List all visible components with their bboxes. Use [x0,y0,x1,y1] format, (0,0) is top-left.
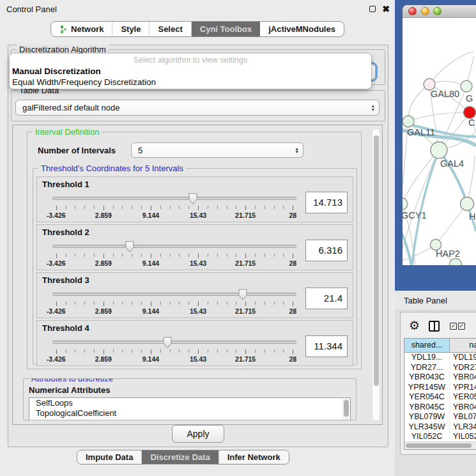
minimize-traffic-light-icon[interactable] [421,7,429,15]
threshold-slider[interactable]: -3.4262.8599.14415.4321.71528 [52,337,296,365]
threshold-value-field[interactable]: 14.713 [305,192,348,213]
attribute-list-item[interactable]: SelfLoops [29,398,350,408]
node-label: GAL4 [440,158,464,169]
table-row[interactable]: YBL079WYBL079W [404,412,476,422]
slider-tick [113,349,114,353]
slider-tick [104,206,104,210]
slider-tick [245,254,246,258]
attribute-list-item[interactable]: BetweennessCentrality [29,418,350,420]
cyni-toolbox-panel: Discretization Algorithm ▲▼ Select algor… [8,45,388,447]
network-node-gal11[interactable] [403,116,414,127]
node-label: GCY1 [403,210,427,220]
network-canvas[interactable]: GAL80GCGAL11GAL4GCY1HHAP2 [403,18,476,265]
dropdown-hint: Select algorithm to view settings [10,55,371,66]
threshold-value-field[interactable]: 11.344 [305,335,348,357]
checkbox-icon[interactable]: ✓ [450,323,457,330]
table-horizontal-scrollbar[interactable] [404,441,476,449]
network-node-gal4[interactable] [431,142,447,158]
slider-tick [283,349,284,353]
close-traffic-light-icon[interactable] [408,7,417,15]
slider-track[interactable] [52,245,296,248]
tab-network[interactable]: Network [51,22,112,36]
slider-thumb[interactable] [188,193,197,205]
threshold-row-3: Threshold 3-3.4262.8599.14415.4321.71528… [36,272,353,318]
zoom-traffic-light-icon[interactable] [433,7,441,15]
table-row[interactable]: YBR045CYBR045C [404,403,476,413]
slider-track[interactable] [52,197,296,200]
slider-thumb[interactable] [125,241,134,253]
tab-jactivemnodules[interactable]: jActiveMNodules [260,22,344,36]
dropdown-option-equal-width[interactable]: Equal Width/Frequency Discretization [10,77,371,88]
network-node-gcy1[interactable] [403,198,408,210]
network-edge [408,112,470,121]
slider-tick [179,302,180,305]
slider-tick [160,302,161,305]
table-data-combobox[interactable]: galFiltered.sif default node ▲▼ [15,100,380,116]
threshold-slider[interactable]: -3.4262.8599.14415.4321.71528 [52,241,296,269]
attributes-scrollbar[interactable] [342,399,349,420]
close-icon[interactable]: ✖ [382,4,390,13]
table-row[interactable]: YBR043CYBR043C [404,372,476,383]
table-row[interactable]: YER054CYER054C [404,392,476,403]
threshold-value-field[interactable]: 21.4 [305,288,348,309]
slider-tick [151,206,151,210]
column-header-shared-name[interactable]: shared... [404,339,450,352]
slider-track[interactable] [52,341,296,344]
panel-scrollbar[interactable] [372,128,380,421]
table-row[interactable]: YLR345WYLR345W [404,422,476,433]
shared-name-cell: YBL079W [404,412,450,422]
table-row[interactable]: YDR27...YDR27... [404,363,476,373]
slider-tick [265,349,265,353]
float-window-icon[interactable] [369,6,376,12]
network-node-g[interactable] [461,81,472,92]
shared-name-cell: YER054C [404,392,450,403]
slider-tick [122,206,123,209]
table-row[interactable]: YDL19...YDL19... [404,353,476,363]
control-panel-title: Control Panel [6,4,369,14]
slider-tick [132,254,132,257]
shared-name-cell: YLR345W [404,422,450,433]
network-node-h[interactable] [461,197,474,211]
slider-tick [66,206,66,209]
tab-impute-data[interactable]: Impute Data [77,450,142,464]
network-node-c[interactable] [464,107,476,119]
number-of-intervals-combobox[interactable]: 5 ▲▼ [131,142,303,158]
slider-track[interactable] [52,293,296,296]
tab-select[interactable]: Select [150,22,191,36]
tab-cyni-toolbox[interactable]: Cyni Toolbox [192,22,260,36]
apply-button[interactable]: Apply [172,425,224,443]
slider-tick [236,302,236,305]
panel-scrollbar-thumb[interactable] [374,135,379,386]
tab-infer-network[interactable]: Infer Network [219,450,289,464]
gear-icon[interactable]: ⚙ [409,319,420,332]
slider-thumb[interactable] [238,289,248,301]
column-header-name[interactable]: name [450,339,476,352]
control-panel: Control Panel ✖ Network Style Select Cyn… [0,0,395,476]
table-row[interactable]: YIL052CYIL052C [404,432,476,441]
slider-tick-label: 9.144 [142,259,159,267]
slider-tick [236,206,236,209]
slider-tick [56,302,57,306]
slider-tick [245,302,246,306]
split-columns-icon[interactable] [429,321,440,332]
slider-tick [66,302,66,305]
table-scrollbar-thumb[interactable] [406,443,472,448]
slider-thumb[interactable] [162,337,172,349]
attribute-list-item[interactable]: TopologicalCoefficient [29,408,350,418]
tab-style[interactable]: Style [112,22,150,36]
threshold-slider[interactable]: -3.4262.8599.14415.4321.71528 [52,289,296,317]
numerical-attributes-list[interactable]: SelfLoopsTopologicalCoefficientBetweenne… [29,397,351,420]
threshold-value-field[interactable]: 6.316 [305,240,348,261]
slider-tick [255,254,256,257]
tab-discretize-data[interactable]: Discretize Data [142,450,219,464]
slider-tick-label: -3.426 [47,355,66,363]
dropdown-option-manual[interactable]: Manual Discretization [10,66,371,77]
slider-tick [283,254,284,257]
threshold-slider[interactable]: -3.4262.8599.14415.4321.71528 [52,193,296,221]
network-window-titlebar [403,5,476,18]
network-node[interactable] [450,259,462,266]
checkbox-icon[interactable]: ✓ [458,323,465,330]
slider-tick [160,349,161,353]
slider-tick-label: 15.43 [190,211,206,219]
table-row[interactable]: YPR145WYPR145W [404,383,476,393]
